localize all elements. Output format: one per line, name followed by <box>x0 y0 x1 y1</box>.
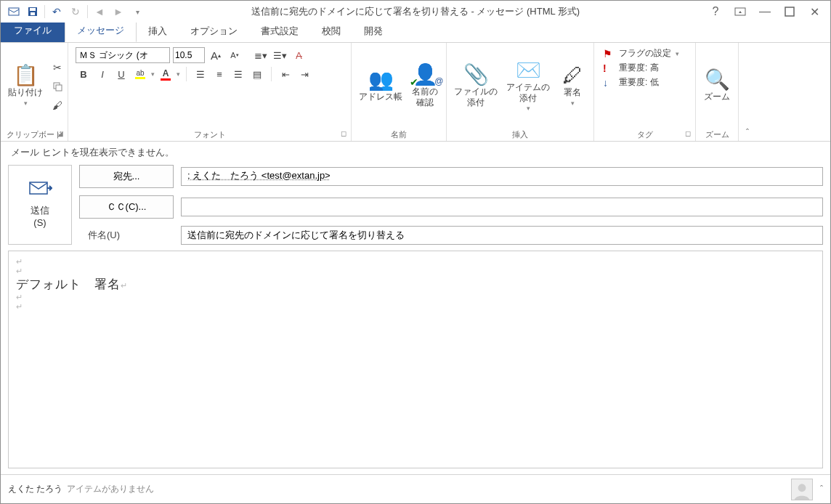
tab-review[interactable]: 校閲 <box>310 20 352 42</box>
svg-rect-0 <box>9 8 19 15</box>
ribbon: 📋 貼り付け ▾ ✂ 🖌 クリップボード◢ A▴ A▾ ≣▾ ☰▾ A̶ <box>1 43 830 142</box>
importance-low-icon: ↓ <box>603 77 615 89</box>
group-zoom: 🔍 ズーム ズーム <box>696 43 739 141</box>
status-bar: えくた たろう アイテムがありません ˆ <box>1 474 830 503</box>
paragraph-mark: ↵ <box>16 257 815 267</box>
follow-up-button[interactable]: ⚑フラグの設定 ▾ <box>603 47 679 60</box>
align-justify-icon[interactable]: ▤ <box>249 66 265 82</box>
status-user: えくた たろう <box>8 483 62 495</box>
redo-icon[interactable]: ↻ <box>67 3 84 20</box>
subject-input[interactable] <box>181 226 823 245</box>
group-tags: ⚑フラグの設定 ▾ !重要度: 高 ↓重要度: 低 タグ◻ <box>594 43 696 141</box>
signature-icon: 🖊 <box>562 65 583 86</box>
importance-high-icon: ! <box>603 62 615 74</box>
tab-developer[interactable]: 開発 <box>352 20 394 42</box>
paragraph-mark: ↵ <box>16 302 815 312</box>
bullets-icon[interactable]: ≣▾ <box>253 47 269 63</box>
attach-item-button[interactable]: ✉️ アイテムの 添付 ▾ <box>502 59 554 113</box>
bold-button[interactable]: B <box>76 66 92 82</box>
paperclip-icon: 📎 <box>463 65 489 85</box>
decrease-indent-icon[interactable]: ⇤ <box>277 66 293 82</box>
paste-button[interactable]: 📋 貼り付け ▾ <box>4 64 47 107</box>
underline-button[interactable]: U <box>113 66 129 82</box>
launcher-icon[interactable]: ◢ <box>57 127 63 140</box>
people-pane-toggle-icon[interactable]: ˆ <box>820 484 823 495</box>
minimize-icon[interactable]: — <box>755 3 775 20</box>
svg-rect-2 <box>30 8 36 11</box>
ribbon-tabs: ファイル メッセージ 挿入 オプション 書式設定 校閲 開発 <box>1 23 830 43</box>
send-button[interactable]: 送信 (S) <box>8 165 72 245</box>
align-center-icon[interactable]: ≡ <box>211 66 227 82</box>
cc-button[interactable]: ＣＣ(C)... <box>79 195 174 219</box>
to-button[interactable]: 宛先... <box>79 165 174 188</box>
collapse-ribbon-icon[interactable]: ˆ <box>739 43 756 141</box>
maximize-icon[interactable] <box>779 3 800 20</box>
prev-icon[interactable]: ◄ <box>91 3 108 20</box>
qat-customize-icon[interactable]: ▾ <box>129 3 146 20</box>
italic-button[interactable]: I <box>94 66 110 82</box>
message-header: 送信 (S) 宛先... ; えくた たろう <test@extan.jp> Ｃ… <box>1 163 830 248</box>
tab-format[interactable]: 書式設定 <box>249 20 310 42</box>
flag-icon: ⚑ <box>603 48 615 60</box>
check-names-icon: 👤✔@ <box>413 65 438 85</box>
clipboard-icon: 📋 <box>13 65 38 86</box>
subject-label: 件名(U) <box>79 229 174 242</box>
next-icon[interactable]: ► <box>110 3 127 20</box>
tab-options[interactable]: オプション <box>179 20 249 42</box>
title-bar: ↶ ↻ ◄ ► ▾ 送信前に宛先のドメインに応じて署名を切り替える - メッセー… <box>1 1 830 23</box>
tab-insert[interactable]: 挿入 <box>137 20 179 42</box>
svg-rect-3 <box>31 12 35 15</box>
group-font: A▴ A▾ ≣▾ ☰▾ A̶ B I U ab ▾ A ▾ ☰ ≡ ☰ ▤ <box>68 43 352 141</box>
attach-item-icon: ✉️ <box>516 60 541 81</box>
message-body[interactable]: ↵ ↵ デフォルト 署名↵ ↵ ↵ <box>8 251 823 468</box>
copy-icon[interactable] <box>50 79 65 94</box>
paragraph-mark: ↵ <box>16 293 815 302</box>
grow-font-icon[interactable]: A▴ <box>208 47 224 63</box>
undo-icon[interactable]: ↶ <box>48 3 65 20</box>
status-items: アイテムがありません <box>67 483 154 495</box>
font-name-input[interactable] <box>76 47 170 63</box>
check-names-button[interactable]: 👤✔@ 名前の 確認 <box>407 63 443 109</box>
svg-point-9 <box>798 484 806 492</box>
app-icon[interactable] <box>5 3 23 20</box>
address-book-button[interactable]: 👥 アドレス帳 <box>354 68 407 103</box>
shrink-font-icon[interactable]: A▾ <box>227 47 243 63</box>
to-input[interactable]: ; えくた たろう <test@extan.jp> <box>181 167 823 186</box>
group-include: 📎 ファイルの 添付 ✉️ アイテムの 添付 ▾ 🖊 署名 ▾ 挿入 <box>447 43 594 141</box>
launcher-icon[interactable]: ◻ <box>685 127 691 140</box>
font-color-button[interactable]: A <box>158 66 174 82</box>
signature-text: デフォルト 署名 <box>16 277 121 291</box>
importance-high-button[interactable]: !重要度: 高 <box>603 62 659 74</box>
send-icon <box>28 180 52 200</box>
cut-icon[interactable]: ✂ <box>50 60 65 75</box>
group-names: 👥 アドレス帳 👤✔@ 名前の 確認 名前 <box>352 43 447 141</box>
group-clipboard: 📋 貼り付け ▾ ✂ 🖌 クリップボード◢ <box>1 43 68 141</box>
address-book-icon: 👥 <box>368 70 394 90</box>
clear-format-icon[interactable]: A̶ <box>291 47 307 63</box>
quick-access-toolbar: ↶ ↻ ◄ ► ▾ <box>1 3 146 20</box>
zoom-button[interactable]: 🔍 ズーム <box>699 68 735 103</box>
save-icon[interactable] <box>24 3 41 20</box>
close-icon[interactable]: ✕ <box>804 3 824 20</box>
help-icon[interactable]: ? <box>705 3 726 20</box>
importance-low-button[interactable]: ↓重要度: 低 <box>603 76 659 89</box>
svg-rect-7 <box>56 85 62 91</box>
zoom-icon: 🔍 <box>705 70 730 90</box>
mail-tip: メール ヒントを現在表示できません。 <box>1 142 830 163</box>
signature-button[interactable]: 🖊 署名 ▾ <box>554 64 591 107</box>
align-left-icon[interactable]: ☰ <box>192 66 208 82</box>
avatar[interactable] <box>791 479 813 500</box>
numbering-icon[interactable]: ☰▾ <box>272 47 288 63</box>
font-size-input[interactable] <box>173 47 205 63</box>
align-right-icon[interactable]: ☰ <box>230 66 246 82</box>
window-controls: ? — ✕ <box>705 3 830 20</box>
attach-file-button[interactable]: 📎 ファイルの 添付 <box>450 63 502 109</box>
svg-rect-5 <box>785 7 794 16</box>
highlight-button[interactable]: ab <box>132 66 148 82</box>
format-painter-icon[interactable]: 🖌 <box>50 98 65 113</box>
cc-input[interactable] <box>181 198 823 216</box>
launcher-icon[interactable]: ◻ <box>341 127 346 140</box>
paragraph-mark: ↵ <box>16 267 815 276</box>
ribbon-display-icon[interactable] <box>730 3 750 20</box>
increase-indent-icon[interactable]: ⇥ <box>296 66 312 82</box>
